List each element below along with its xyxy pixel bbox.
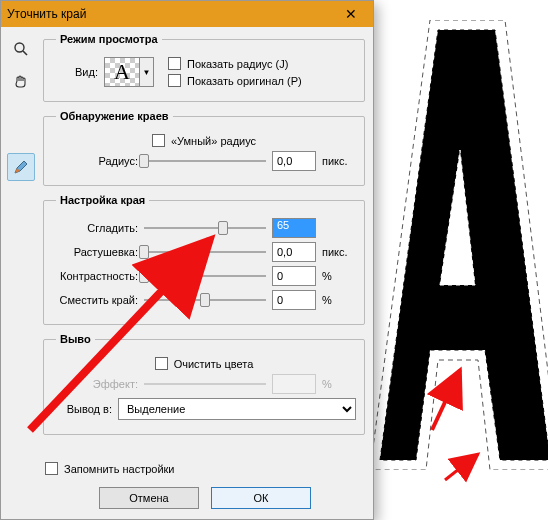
close-button[interactable]: ✕ [335, 4, 367, 24]
smooth-slider[interactable] [144, 219, 266, 237]
contrast-slider[interactable] [144, 267, 266, 285]
svg-point-0 [15, 43, 24, 52]
show-radius-checkbox[interactable] [168, 57, 181, 70]
canvas-selection-preview [370, 20, 548, 470]
feather-unit: пикс. [322, 246, 356, 258]
edge-adjust-group: Настройка края Сгладить: 65 Растушевка: … [43, 194, 365, 325]
refine-brush-tool[interactable] [7, 153, 35, 181]
contrast-input[interactable] [272, 266, 316, 286]
output-legend: Выво [56, 333, 95, 345]
svg-line-4 [445, 454, 478, 480]
contrast-label: Контрастность: [52, 270, 138, 282]
output-to-label: Вывод в: [52, 403, 112, 415]
feather-slider[interactable] [144, 243, 266, 261]
view-mode-legend: Режим просмотра [56, 33, 162, 45]
smart-radius-checkbox[interactable] [152, 134, 165, 147]
smooth-input[interactable]: 65 [272, 218, 316, 238]
effect-input [272, 374, 316, 394]
edge-adjust-legend: Настройка края [56, 194, 149, 206]
dialog-title: Уточнить край [7, 7, 86, 21]
radius-slider[interactable] [144, 152, 266, 170]
shift-edge-slider[interactable] [144, 291, 266, 309]
view-dropdown-arrow[interactable]: ▼ [140, 57, 154, 87]
view-thumbnail[interactable]: A [104, 57, 140, 87]
hand-tool[interactable] [7, 67, 35, 95]
radius-label: Радиус: [52, 155, 138, 167]
remember-settings-label: Запомнить настройки [64, 463, 175, 475]
feather-label: Растушевка: [52, 246, 138, 258]
svg-line-1 [23, 51, 27, 55]
shift-edge-input[interactable] [272, 290, 316, 310]
show-original-label: Показать оригинал (P) [187, 75, 302, 87]
edge-detection-group: Обнаружение краев «Умный» радиус Радиус:… [43, 110, 365, 186]
cancel-button[interactable]: Отмена [99, 487, 199, 509]
output-group: Выво Очистить цвета Эффект: % Вывод в: [43, 333, 365, 435]
svg-line-3 [432, 370, 460, 430]
refine-edge-dialog: Уточнить край ✕ Режим просмотра Вид: [0, 0, 374, 520]
ok-button[interactable]: ОК [211, 487, 311, 509]
show-radius-label: Показать радиус (J) [187, 58, 288, 70]
remember-settings-checkbox[interactable] [45, 462, 58, 475]
contrast-unit: % [322, 270, 356, 282]
edge-detection-legend: Обнаружение краев [56, 110, 173, 122]
radius-input[interactable] [272, 151, 316, 171]
smooth-label: Сгладить: [52, 222, 138, 234]
decontaminate-label: Очистить цвета [174, 358, 254, 370]
radius-unit: пикс. [322, 155, 356, 167]
view-thumb-letter: A [114, 59, 130, 85]
smart-radius-label: «Умный» радиус [171, 135, 256, 147]
shift-edge-unit: % [322, 294, 356, 306]
effect-label: Эффект: [52, 378, 138, 390]
show-original-checkbox[interactable] [168, 74, 181, 87]
output-to-select[interactable]: Выделение [118, 398, 356, 420]
zoom-tool[interactable] [7, 35, 35, 63]
shift-edge-label: Сместить край: [52, 294, 138, 306]
effect-unit: % [322, 378, 356, 390]
tool-strip [7, 33, 37, 454]
view-label: Вид: [52, 66, 98, 78]
view-mode-group: Режим просмотра Вид: A ▼ Показать радиус… [43, 33, 365, 102]
titlebar[interactable]: Уточнить край ✕ [1, 1, 373, 27]
effect-slider [144, 375, 266, 393]
decontaminate-checkbox[interactable] [155, 357, 168, 370]
feather-input[interactable] [272, 242, 316, 262]
